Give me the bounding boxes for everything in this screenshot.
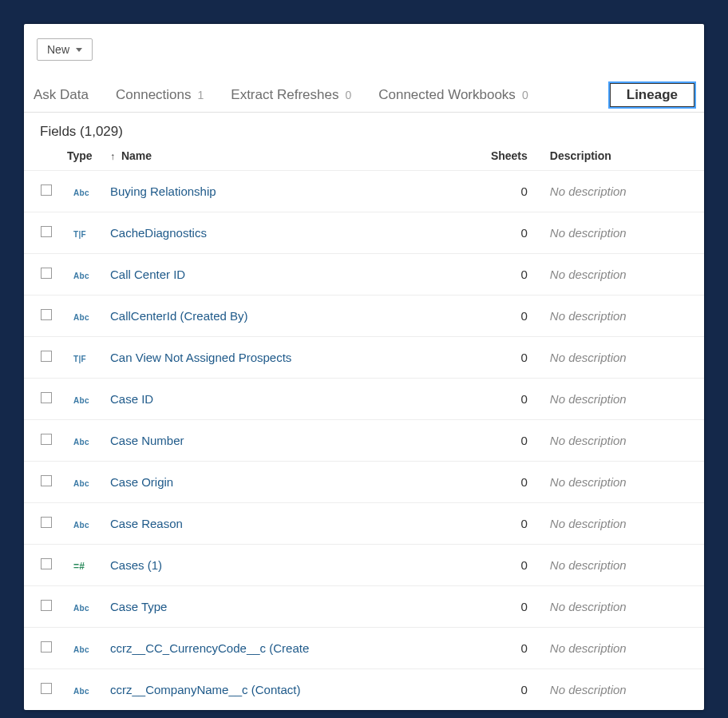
description-cell: No description xyxy=(544,296,704,337)
type-icon: Abc xyxy=(73,687,89,696)
field-name-link[interactable]: ccrz__CC_CurrencyCode__c (Create xyxy=(110,641,309,655)
description-cell: No description xyxy=(544,586,704,628)
field-name-link[interactable]: Call Center ID xyxy=(110,268,185,281)
sheets-count: 0 xyxy=(485,254,544,296)
table-row: AbcCallCenterId (Created By)0No descript… xyxy=(24,296,704,337)
table-row: T|FCacheDiagnostics0No description xyxy=(24,212,704,254)
description-cell: No description xyxy=(544,462,704,503)
tabs: Ask Data Connections 1 Extract Refreshes… xyxy=(24,69,704,113)
sheets-count: 0 xyxy=(485,462,544,503)
col-header-sheets[interactable]: Sheets xyxy=(485,143,544,171)
field-name-link[interactable]: Cases (1) xyxy=(110,558,162,572)
type-icon: T|F xyxy=(73,355,86,363)
table-row: T|FCan View Not Assigned Prospects0No de… xyxy=(24,337,704,379)
type-icon: Abc xyxy=(73,521,89,530)
description-cell: No description xyxy=(544,669,704,711)
field-name-link[interactable]: Can View Not Assigned Prospects xyxy=(110,351,291,364)
table-row: AbcCase ID0No description xyxy=(24,379,704,420)
row-checkbox[interactable] xyxy=(41,683,52,694)
field-name-link[interactable]: CacheDiagnostics xyxy=(110,226,207,240)
table-row: AbcCase Type0No description xyxy=(24,586,704,628)
row-checkbox[interactable] xyxy=(41,434,52,445)
row-checkbox[interactable] xyxy=(41,309,52,320)
type-icon: T|F xyxy=(73,230,86,239)
row-checkbox[interactable] xyxy=(41,600,52,611)
field-name-link[interactable]: Case Type xyxy=(110,600,167,613)
description-cell: No description xyxy=(544,171,704,212)
sort-ascending-icon: ↑ xyxy=(110,151,115,162)
tab-connections-label: Connections xyxy=(116,87,192,103)
sheets-count: 0 xyxy=(485,586,544,628)
tab-extract-count: 0 xyxy=(345,89,351,101)
main-panel: New Ask Data Connections 1 Extract Refre… xyxy=(24,24,704,710)
row-checkbox[interactable] xyxy=(41,641,52,653)
table-row: AbcCase Number0No description xyxy=(24,420,704,462)
field-name-link[interactable]: Buying Relationship xyxy=(110,184,216,198)
description-cell: No description xyxy=(544,628,704,669)
row-checkbox[interactable] xyxy=(41,475,52,486)
tab-connected-count: 0 xyxy=(522,89,528,101)
table-row: AbcCase Reason0No description xyxy=(24,503,704,545)
type-icon: Abc xyxy=(73,479,89,488)
col-header-name[interactable]: ↑ Name xyxy=(104,143,485,171)
sheets-count: 0 xyxy=(485,420,544,462)
table-row: AbcBuying Relationship0No description xyxy=(24,171,704,212)
field-name-link[interactable]: Case Reason xyxy=(110,517,183,530)
sheets-count: 0 xyxy=(485,669,544,711)
field-name-link[interactable]: Case Number xyxy=(110,434,184,447)
row-checkbox[interactable] xyxy=(41,517,52,528)
type-icon: Abc xyxy=(73,188,89,197)
tab-lineage[interactable]: Lineage xyxy=(610,83,694,107)
row-checkbox[interactable] xyxy=(41,392,52,403)
tab-extract-refreshes[interactable]: Extract Refreshes 0 xyxy=(231,87,351,103)
tab-connections[interactable]: Connections 1 xyxy=(116,87,204,103)
chevron-down-icon xyxy=(76,48,82,52)
description-cell: No description xyxy=(544,503,704,545)
tab-connected-workbooks[interactable]: Connected Workbooks 0 xyxy=(378,87,528,103)
description-cell: No description xyxy=(544,545,704,586)
sheets-count: 0 xyxy=(485,212,544,254)
type-icon: Abc xyxy=(73,272,89,280)
sheets-count: 0 xyxy=(485,171,544,212)
table-row: AbcCall Center ID0No description xyxy=(24,254,704,296)
tab-ask-data[interactable]: Ask Data xyxy=(34,87,89,103)
table-row: AbcCase Origin0No description xyxy=(24,462,704,503)
type-icon: Abc xyxy=(73,438,89,446)
field-name-link[interactable]: Case Origin xyxy=(110,475,173,489)
description-cell: No description xyxy=(544,254,704,296)
description-cell: No description xyxy=(544,337,704,379)
row-checkbox[interactable] xyxy=(41,226,52,237)
tab-extract-label: Extract Refreshes xyxy=(231,87,338,103)
col-header-description[interactable]: Description xyxy=(544,143,704,171)
row-checkbox[interactable] xyxy=(41,558,52,569)
fields-table: Type ↑ Name Sheets Description AbcBuying… xyxy=(24,143,704,710)
table-row: =#Cases (1)0No description xyxy=(24,545,704,586)
sheets-count: 0 xyxy=(485,545,544,586)
col-header-type[interactable]: Type xyxy=(67,143,104,171)
table-row: Abcccrz__CC_CurrencyCode__c (Create0No d… xyxy=(24,628,704,669)
tab-connections-count: 1 xyxy=(198,89,204,101)
new-button[interactable]: New xyxy=(37,38,93,61)
row-checkbox[interactable] xyxy=(41,351,52,362)
field-name-link[interactable]: CallCenterId (Created By) xyxy=(110,309,248,323)
sheets-count: 0 xyxy=(485,337,544,379)
row-checkbox[interactable] xyxy=(41,184,52,196)
new-button-label: New xyxy=(47,43,69,56)
col-header-name-label: Name xyxy=(121,149,152,162)
tab-ask-data-label: Ask Data xyxy=(34,87,89,103)
fields-heading: Fields (1,029) xyxy=(24,113,704,143)
description-cell: No description xyxy=(544,212,704,254)
row-checkbox[interactable] xyxy=(41,268,52,279)
sheets-count: 0 xyxy=(485,628,544,669)
description-cell: No description xyxy=(544,420,704,462)
type-icon: Abc xyxy=(73,313,89,322)
sheets-count: 0 xyxy=(485,379,544,420)
table-row: Abcccrz__CompanyName__c (Contact)0No des… xyxy=(24,669,704,711)
type-icon: Abc xyxy=(73,645,89,654)
field-name-link[interactable]: Case ID xyxy=(110,392,153,406)
tab-lineage-label: Lineage xyxy=(627,87,678,102)
field-name-link[interactable]: ccrz__CompanyName__c (Contact) xyxy=(110,683,300,696)
sheets-count: 0 xyxy=(485,296,544,337)
description-cell: No description xyxy=(544,379,704,420)
tab-connected-label: Connected Workbooks xyxy=(378,87,516,103)
